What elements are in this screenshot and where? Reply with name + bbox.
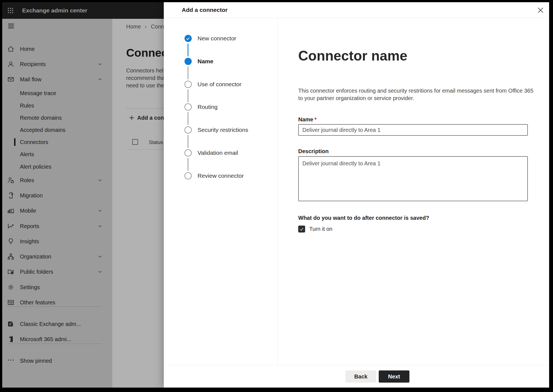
- close-icon[interactable]: [536, 6, 545, 14]
- sidebar-item-recipients[interactable]: Recipients: [2, 58, 112, 70]
- sidebar-item-other-features[interactable]: Other features: [2, 296, 112, 309]
- sidebar-item-connectors[interactable]: Connectors: [2, 136, 112, 148]
- table-grid-icon: [7, 299, 14, 306]
- chevron-down-icon: [97, 177, 103, 183]
- sidebar-item-roles[interactable]: Roles: [2, 174, 112, 186]
- selected-indicator: [14, 138, 15, 146]
- step-connector-line: [188, 89, 188, 102]
- home-icon: [7, 45, 14, 53]
- chevron-down-icon: [97, 61, 103, 67]
- name-label: Name*: [298, 116, 316, 123]
- step-upcoming-circle: [185, 149, 192, 156]
- chevron-down-icon: [97, 254, 103, 259]
- mobile-stats-icon: [7, 207, 14, 214]
- step-new-connector[interactable]: New connector: [185, 35, 236, 42]
- chevron-down-icon: [97, 269, 103, 275]
- add-connector-dialog: Add a connector New connector Name Use: [164, 2, 549, 388]
- sidebar-item-alerts[interactable]: Alerts: [2, 148, 112, 160]
- chevron-down-icon: [97, 208, 103, 213]
- turn-it-on-label: Turn it on: [309, 226, 333, 232]
- wizard-content: Connector name This connector enforces r…: [278, 18, 549, 365]
- sidebar-item-organization[interactable]: Organization: [2, 250, 112, 263]
- plus-icon: [128, 114, 135, 121]
- sidebar-divider: [7, 306, 102, 307]
- org-chart-icon: [7, 253, 14, 260]
- step-upcoming-circle: [185, 126, 192, 134]
- envelope-icon: [7, 76, 14, 83]
- checked-checkbox[interactable]: [298, 226, 305, 232]
- next-button[interactable]: Next: [379, 370, 409, 383]
- check-icon: [299, 227, 304, 231]
- document-arrow-icon: [7, 192, 14, 199]
- step-upcoming-circle: [185, 103, 192, 111]
- person-badge-icon: [7, 177, 14, 184]
- breadcrumb: Home Conne: [126, 23, 167, 30]
- sidebar-item-show-pinned[interactable]: Show pinned: [2, 355, 112, 367]
- left-nav: Home Recipients Mail flow Message trace …: [2, 19, 112, 388]
- status-column-header[interactable]: Status: [149, 140, 163, 145]
- breadcrumb-chevron-icon: [144, 25, 148, 29]
- sidebar-item-migration[interactable]: Migration: [2, 189, 112, 202]
- step-connector-line: [188, 112, 188, 125]
- sidebar-item-rules[interactable]: Rules: [2, 100, 112, 112]
- step-review-connector[interactable]: Review connector: [185, 172, 244, 179]
- sidebar-item-mobile[interactable]: Mobile: [2, 205, 112, 217]
- sidebar-item-remote-domains[interactable]: Remote domains: [2, 112, 112, 124]
- turn-it-on-checkbox-row[interactable]: Turn it on: [298, 226, 333, 232]
- sidebar-item-accepted-domains[interactable]: Accepted domains: [2, 124, 112, 136]
- app-window: Exchange admin center Home Recipients Ma…: [2, 2, 549, 388]
- lightbulb-icon: [7, 238, 14, 245]
- svg-text:E: E: [9, 322, 12, 326]
- connector-name-input[interactable]: [298, 124, 528, 136]
- breadcrumb-home-link[interactable]: Home: [126, 23, 141, 30]
- sidebar-item-insights[interactable]: Insights: [2, 235, 112, 247]
- person-icon: [7, 61, 14, 68]
- step-connector-line: [188, 158, 188, 171]
- chevron-up-icon: [97, 77, 103, 82]
- add-connector-button[interactable]: Add a conn: [128, 113, 167, 123]
- sidebar-item-public-folders[interactable]: Public folders: [2, 266, 112, 278]
- step-connector-line: [188, 66, 188, 79]
- dialog-footer: Back Next: [164, 365, 549, 388]
- sidebar-item-settings[interactable]: Settings: [2, 281, 112, 293]
- required-asterisk: *: [314, 116, 316, 122]
- step-security-restrictions[interactable]: Security restrictions: [185, 126, 248, 134]
- step-connector-line: [188, 135, 188, 148]
- connector-description-textarea[interactable]: Deliver journal directly to Area 1: [298, 156, 528, 201]
- step-completed-check-icon: [185, 35, 192, 42]
- step-routing[interactable]: Routing: [185, 103, 217, 111]
- back-button[interactable]: Back: [346, 370, 376, 383]
- dialog-title: Add a connector: [182, 7, 228, 13]
- line-chart-icon: [7, 223, 14, 230]
- sidebar-divider: [7, 344, 102, 344]
- sidebar-item-alert-policies[interactable]: Alert policies: [2, 161, 112, 173]
- step-upcoming-circle: [185, 172, 192, 179]
- sidebar-item-classic-exchange-admin[interactable]: E Classic Exchange adm...: [2, 318, 112, 330]
- sidebar-item-home[interactable]: Home: [2, 43, 112, 55]
- folder-globe-icon: [7, 268, 14, 275]
- ellipsis-icon: [7, 358, 14, 365]
- content-description: This connector enforces routing and secu…: [298, 87, 533, 102]
- step-upcoming-circle: [185, 81, 192, 88]
- sidebar-item-reports[interactable]: Reports: [2, 220, 112, 232]
- select-all-checkbox[interactable]: [132, 139, 138, 145]
- dialog-header: Add a connector: [164, 2, 549, 18]
- screenshot-root: Exchange admin center Home Recipients Ma…: [0, 0, 553, 392]
- sidebar-item-mail-flow[interactable]: Mail flow: [2, 73, 112, 85]
- nav-collapse-hamburger-icon[interactable]: [7, 22, 15, 30]
- app-launcher-waffle-icon[interactable]: [7, 7, 14, 14]
- step-name[interactable]: Name: [185, 58, 213, 65]
- exchange-logo-icon: E: [7, 320, 14, 328]
- step-validation-email[interactable]: Validation email: [185, 149, 238, 156]
- after-save-question: What do you want to do after connector i…: [298, 215, 429, 221]
- description-label: Description: [298, 148, 329, 155]
- step-current-circle: [185, 58, 192, 65]
- page-description: Connectors help recommend that need to u…: [126, 67, 167, 89]
- dialog-body: New connector Name Use of connector Rout…: [164, 18, 549, 365]
- step-connector-line: [188, 43, 188, 56]
- gear-icon: [7, 284, 14, 291]
- content-heading: Connector name: [298, 48, 407, 64]
- step-use-of-connector[interactable]: Use of connector: [185, 81, 242, 88]
- sidebar-item-message-trace[interactable]: Message trace: [2, 87, 112, 99]
- wizard-steps: New connector Name Use of connector Rout…: [164, 18, 278, 365]
